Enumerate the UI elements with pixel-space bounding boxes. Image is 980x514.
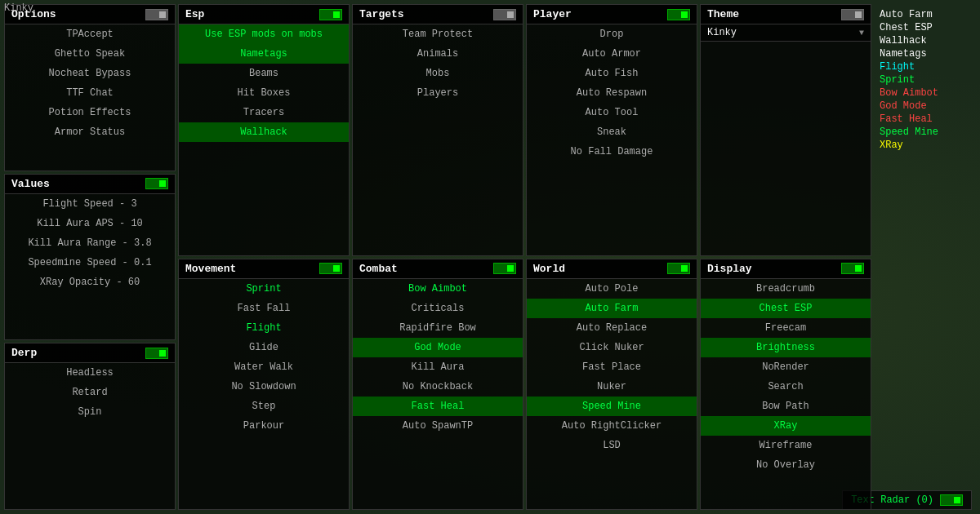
derp-headless[interactable]: Headless — [5, 363, 175, 383]
world-auto-pole[interactable]: Auto Pole — [527, 279, 697, 299]
option-tpaccept[interactable]: TPAccept — [5, 24, 175, 44]
derp-spin[interactable]: Spin — [5, 402, 175, 422]
display-chest-esp[interactable]: Chest ESP — [701, 299, 871, 318]
display-toggle[interactable] — [841, 263, 864, 274]
combat-fast-heal[interactable]: Fast Heal — [353, 397, 523, 416]
column-2: Esp Use ESP mods on mobs Nametags Beams … — [178, 4, 350, 510]
player-auto-tool[interactable]: Auto Tool — [527, 103, 697, 122]
movement-no-slowdown[interactable]: No Slowdown — [179, 377, 349, 397]
option-nocheat[interactable]: Nocheat Bypass — [5, 64, 175, 83]
window-title: Kinky — [4, 2, 33, 14]
display-brightness[interactable]: Brightness — [701, 338, 871, 357]
world-nuker[interactable]: Nuker — [527, 377, 697, 397]
derp-retard[interactable]: Retard — [5, 383, 175, 402]
world-speed-mine[interactable]: Speed Mine — [527, 397, 697, 416]
esp-tracers[interactable]: Tracers — [179, 103, 349, 122]
option-armor-status[interactable]: Armor Status — [5, 122, 175, 142]
player-header: Player — [527, 5, 697, 24]
movement-sprint[interactable]: Sprint — [179, 279, 349, 299]
option-potion-effects[interactable]: Potion Effects — [5, 103, 175, 122]
column-5: Theme Kinky ▼ Display Breadcrumb C — [700, 4, 871, 510]
player-drop[interactable]: Drop — [527, 24, 697, 44]
esp-header: Esp — [179, 5, 349, 24]
option-ghetto-speak[interactable]: Ghetto Speak — [5, 44, 175, 64]
world-auto-farm[interactable]: Auto Farm — [527, 299, 697, 318]
display-bow-path[interactable]: Bow Path — [701, 397, 871, 416]
esp-beams[interactable]: Beams — [179, 64, 349, 83]
movement-flight[interactable]: Flight — [179, 318, 349, 338]
dropdown-arrow-icon: ▼ — [859, 29, 864, 38]
display-freecam[interactable]: Freecam — [701, 318, 871, 338]
values-title: Values — [11, 178, 50, 190]
targets-toggle[interactable] — [493, 9, 516, 20]
combat-panel: Combat Bow Aimbot Criticals Rapidfire Bo… — [352, 259, 523, 511]
targets-panel: Targets Team Protect Animals Mobs Player… — [352, 4, 523, 256]
esp-hit-boxes[interactable]: Hit Boxes — [179, 83, 349, 103]
target-team-protect[interactable]: Team Protect — [353, 24, 523, 44]
player-no-fall[interactable]: No Fall Damage — [527, 142, 697, 162]
combat-header: Combat — [353, 259, 523, 279]
combat-bow-aimbot[interactable]: Bow Aimbot — [353, 279, 523, 299]
targets-header: Targets — [353, 5, 523, 24]
player-toggle[interactable] — [667, 9, 690, 20]
movement-glide[interactable]: Glide — [179, 338, 349, 357]
active-item-chest-esp: Chest ESP — [878, 21, 968, 34]
world-auto-replace[interactable]: Auto Replace — [527, 318, 697, 338]
theme-dropdown[interactable]: Kinky ▼ — [701, 24, 871, 42]
combat-toggle[interactable] — [493, 263, 516, 274]
target-mobs[interactable]: Mobs — [353, 64, 523, 83]
display-xray[interactable]: XRay — [701, 416, 871, 436]
value-kill-aura-range[interactable]: Kill Aura Range - 3.8 — [5, 233, 175, 253]
targets-title: Targets — [359, 8, 404, 20]
movement-water-walk[interactable]: Water Walk — [179, 357, 349, 377]
movement-toggle[interactable] — [319, 263, 342, 274]
world-auto-right-clicker[interactable]: Auto RightClicker — [527, 416, 697, 436]
options-toggle[interactable] — [145, 9, 168, 20]
combat-god-mode[interactable]: God Mode — [353, 338, 523, 357]
player-auto-fish[interactable]: Auto Fish — [527, 64, 697, 83]
movement-header: Movement — [179, 259, 349, 279]
world-fast-place[interactable]: Fast Place — [527, 357, 697, 377]
values-toggle[interactable] — [145, 178, 168, 189]
combat-rapidfire-bow[interactable]: Rapidfire Bow — [353, 318, 523, 338]
combat-kill-aura[interactable]: Kill Aura — [353, 357, 523, 377]
display-search[interactable]: Search — [701, 377, 871, 397]
value-xray-opacity[interactable]: XRay Opacity - 60 — [5, 273, 175, 292]
player-auto-respawn[interactable]: Auto Respawn — [527, 83, 697, 103]
world-lsd[interactable]: LSD — [527, 436, 697, 455]
player-auto-armor[interactable]: Auto Armor — [527, 44, 697, 64]
active-item-god-mode: God Mode — [878, 100, 968, 113]
derp-toggle[interactable] — [145, 348, 168, 359]
option-ttf-chat[interactable]: TTF Chat — [5, 83, 175, 103]
movement-step[interactable]: Step — [179, 397, 349, 416]
value-speedmine[interactable]: Speedmine Speed - 0.1 — [5, 253, 175, 273]
value-flight-speed[interactable]: Flight Speed - 3 — [5, 194, 175, 214]
active-item-speed-mine: Speed Mine — [878, 126, 968, 139]
derp-panel: Derp Headless Retard Spin — [4, 343, 176, 510]
target-animals[interactable]: Animals — [353, 44, 523, 64]
value-kill-aura-aps[interactable]: Kill Aura APS - 10 — [5, 214, 175, 233]
theme-toggle[interactable] — [841, 9, 864, 20]
display-no-overlay[interactable]: No Overlay — [701, 455, 871, 475]
target-players[interactable]: Players — [353, 83, 523, 103]
player-title: Player — [533, 8, 572, 20]
combat-criticals[interactable]: Criticals — [353, 299, 523, 318]
movement-fast-fall[interactable]: Fast Fall — [179, 299, 349, 318]
values-header: Values — [5, 175, 175, 194]
esp-nametags[interactable]: Nametags — [179, 44, 349, 64]
combat-no-knockback[interactable]: No Knockback — [353, 377, 523, 397]
display-breadcrumb[interactable]: Breadcrumb — [701, 279, 871, 299]
combat-auto-spawntp[interactable]: Auto SpawnTP — [353, 416, 523, 436]
player-sneak[interactable]: Sneak — [527, 122, 697, 142]
esp-wallhack[interactable]: Wallhack — [179, 122, 349, 142]
movement-parkour[interactable]: Parkour — [179, 416, 349, 436]
display-header: Display — [701, 259, 871, 279]
display-wireframe[interactable]: Wireframe — [701, 436, 871, 455]
active-item-flight: Flight — [878, 60, 968, 73]
world-toggle[interactable] — [667, 263, 690, 274]
options-panel: Options TPAccept Ghetto Speak Nocheat By… — [4, 4, 176, 171]
world-click-nuker[interactable]: Click Nuker — [527, 338, 697, 357]
display-norender[interactable]: NoRender — [701, 357, 871, 377]
esp-use-mobs[interactable]: Use ESP mods on mobs — [179, 24, 349, 44]
esp-toggle[interactable] — [319, 9, 342, 20]
